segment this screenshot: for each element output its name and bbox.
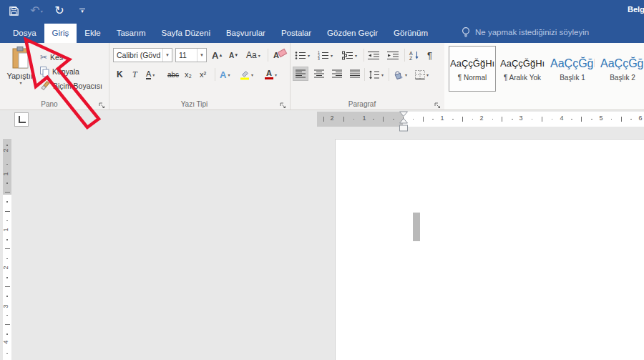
ruler-tick bbox=[6, 258, 8, 260]
ruler-number: 2 bbox=[479, 115, 483, 122]
document-page[interactable] bbox=[335, 139, 644, 360]
strikethrough-button[interactable]: abc bbox=[167, 67, 179, 82]
align-left-button[interactable] bbox=[293, 67, 308, 81]
bullet-list-icon bbox=[295, 51, 306, 60]
font-name-select[interactable]: Calibri (Gövd ▼ bbox=[113, 48, 172, 62]
sort-button[interactable]: A Z bbox=[409, 48, 420, 62]
save-icon[interactable] bbox=[7, 2, 20, 19]
grow-font-button[interactable]: A▲ bbox=[212, 48, 223, 62]
ruler-tick bbox=[611, 119, 613, 120]
ribbon-tabs: DosyaGirişEkleTasarımSayfa DüzeniBaşvuru… bbox=[5, 21, 436, 43]
chevron-down-icon: ▾ bbox=[152, 72, 155, 77]
increase-indent-button[interactable] bbox=[387, 48, 399, 62]
tab-giri-[interactable]: Giriş bbox=[44, 24, 77, 43]
align-center-button[interactable] bbox=[311, 67, 327, 81]
italic-button[interactable]: T bbox=[132, 67, 137, 82]
ruler-tick bbox=[542, 117, 542, 122]
tab-postalar[interactable]: Postalar bbox=[273, 24, 319, 43]
bold-button[interactable]: K bbox=[117, 67, 123, 82]
up-arrow-icon: ▲ bbox=[218, 54, 223, 57]
tab-g-zden-ge-ir[interactable]: Gözden Geçir bbox=[319, 24, 386, 43]
ruler-tick bbox=[512, 119, 513, 120]
style-item--normal[interactable]: AaÇçĞğHı¶ Normal bbox=[449, 46, 496, 92]
multilevel-list-button[interactable]: ▾ bbox=[342, 48, 357, 62]
first-line-indent-marker bbox=[400, 112, 408, 117]
style-item--aralık-yok[interactable]: AaÇçĞğHı¶ Aralık Yok bbox=[499, 46, 546, 92]
customize-quick-access-icon[interactable]: ▾ bbox=[76, 2, 89, 19]
font-color-button[interactable]: A ▾ bbox=[265, 67, 277, 82]
tab-dosya[interactable]: Dosya bbox=[5, 24, 44, 43]
font-size-value: 11 bbox=[176, 51, 197, 59]
copy-button[interactable]: Kopyala bbox=[40, 65, 79, 78]
chevron-down-icon: ▾ bbox=[426, 72, 429, 77]
font-size-select[interactable]: 11 ▼ bbox=[175, 48, 207, 62]
tab-g-r-n-m[interactable]: Görünüm bbox=[386, 24, 436, 43]
style-label: Başlık 2 bbox=[610, 74, 635, 82]
text-effects-button[interactable]: A▾ bbox=[220, 67, 230, 82]
borders-button[interactable]: ▾ bbox=[415, 67, 429, 82]
bullets-button[interactable]: ▾ bbox=[295, 48, 310, 62]
style-label: ¶ Normal bbox=[458, 74, 487, 82]
ruler-tick bbox=[5, 324, 10, 325]
ruler-tick bbox=[6, 315, 8, 316]
style-item-başlık-1[interactable]: AaÇçĞğHıBaşlık 1 bbox=[549, 46, 596, 92]
shrink-font-button[interactable]: A▼ bbox=[229, 48, 238, 62]
tell-me-box[interactable]: Ne yapmak istediğinizi söyleyin bbox=[462, 21, 589, 43]
eraser-icon bbox=[278, 49, 288, 57]
ruler-tick bbox=[5, 211, 10, 212]
subscript-button[interactable]: x₂ bbox=[185, 67, 192, 82]
ruler-tick bbox=[492, 119, 494, 120]
superscript-button[interactable]: x² bbox=[200, 67, 206, 82]
paste-label: Yapıştır bbox=[6, 72, 33, 80]
ruler-tick bbox=[552, 119, 553, 120]
horizontal-ruler[interactable]: 21123456 bbox=[317, 112, 644, 127]
left-indent-marker bbox=[400, 125, 408, 131]
font-color-bar bbox=[265, 77, 273, 80]
decrease-indent-button[interactable] bbox=[368, 48, 380, 62]
align-right-button[interactable] bbox=[329, 67, 345, 81]
svg-text:Z: Z bbox=[409, 56, 413, 60]
tab-sayfa-d-zeni[interactable]: Sayfa Düzeni bbox=[154, 24, 218, 43]
font-group-label: Yazı Tipi bbox=[109, 100, 280, 108]
tab-ba-vurular[interactable]: Başvurular bbox=[218, 24, 273, 43]
numbering-button[interactable]: 1 2 3 ▾ bbox=[318, 48, 333, 62]
borders-icon bbox=[415, 70, 425, 79]
paragraph-dialog-launcher-icon[interactable] bbox=[434, 99, 441, 107]
text-highlight-button[interactable]: ▾ bbox=[240, 67, 253, 82]
clipboard-group: Yapıştır ▾ ✂ Kes Kopyala bbox=[0, 43, 109, 110]
clear-formatting-button[interactable]: A bbox=[273, 48, 286, 62]
tab-tasar-m[interactable]: Tasarım bbox=[109, 24, 154, 43]
style-item-başlık-2[interactable]: AaÇçĞğHıBaşlık 2 bbox=[599, 46, 644, 92]
paint-bucket-icon bbox=[393, 70, 404, 79]
sort-az-icon: A Z bbox=[409, 50, 420, 60]
undo-icon[interactable]: ↶▾ bbox=[30, 2, 43, 19]
justify-button[interactable] bbox=[347, 67, 363, 81]
ruler-tick bbox=[323, 117, 324, 122]
tab-stop-selector[interactable] bbox=[14, 112, 29, 127]
copy-label: Kopyala bbox=[52, 67, 79, 76]
vertical-ruler[interactable]: 211234 bbox=[3, 139, 11, 360]
ruler-tick bbox=[532, 119, 533, 120]
paste-button[interactable]: Yapıştır ▾ bbox=[4, 47, 36, 99]
tab-ekle[interactable]: Ekle bbox=[77, 24, 108, 43]
cut-button[interactable]: ✂ Kes bbox=[40, 51, 63, 64]
paste-dropdown-icon[interactable]: ▾ bbox=[19, 80, 21, 85]
line-spacing-button[interactable]: ▾ bbox=[369, 67, 384, 82]
change-case-button[interactable]: Aa▾ bbox=[246, 48, 260, 62]
chevron-down-icon: ▾ bbox=[258, 53, 260, 58]
ruler-tick bbox=[502, 117, 502, 122]
redo-icon[interactable]: ↻ bbox=[53, 2, 66, 19]
clipboard-dialog-launcher-icon[interactable] bbox=[99, 99, 106, 107]
format-painter-button[interactable]: Biçim Boyacısı bbox=[40, 79, 102, 92]
font-dialog-launcher-icon[interactable] bbox=[280, 99, 287, 107]
ruler-tick bbox=[6, 353, 8, 354]
document-title: Belg bbox=[628, 5, 644, 14]
chevron-down-icon: ▼ bbox=[197, 49, 206, 62]
ruler-tick bbox=[432, 119, 434, 120]
ruler-tick bbox=[5, 248, 10, 249]
show-marks-button[interactable]: ¶ bbox=[427, 48, 432, 62]
underline-button[interactable]: A▾ bbox=[146, 67, 155, 82]
indent-markers[interactable] bbox=[399, 111, 409, 132]
line-spacing-icon bbox=[369, 70, 380, 79]
shading-button[interactable]: ▾ bbox=[393, 67, 407, 82]
